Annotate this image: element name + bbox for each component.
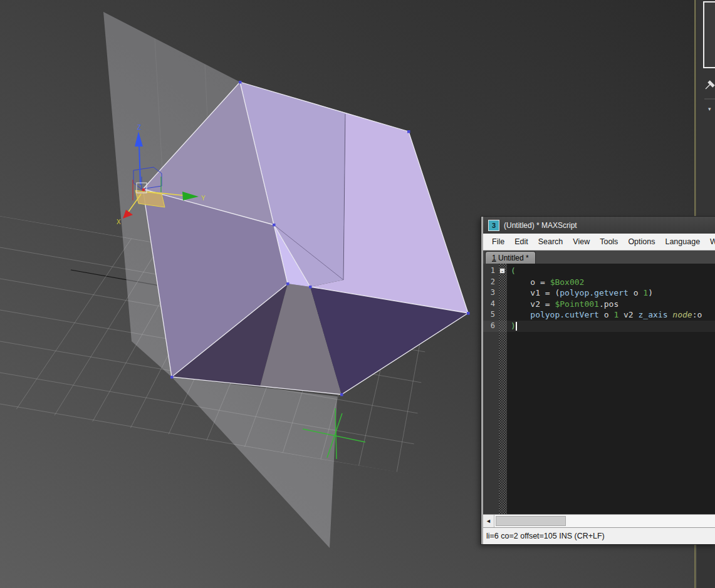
selected-vertex-dot [142, 188, 145, 192]
code-line[interactable]: 4 v2 = $Point001.pos [483, 299, 715, 310]
scrollbar-track[interactable] [494, 515, 715, 527]
menu-bar: FileEditSearchViewToolsOptionsLanguageWi… [483, 234, 715, 250]
status-bar: li=6 co=2 offset=105 INS (CR+LF) [483, 527, 715, 544]
menu-windows[interactable]: Windows [705, 237, 715, 246]
scrollbar-thumb[interactable] [496, 516, 566, 526]
fold-cell [499, 309, 507, 321]
line-number: 3 [483, 287, 499, 299]
tab-index: 1 [492, 254, 496, 262]
fold-cell [499, 277, 507, 288]
menu-view[interactable]: View [568, 237, 595, 246]
screen: Z Y X [0, 0, 715, 588]
window-title: (Untitled) * MAXScript [504, 221, 577, 230]
maxscript-app-icon: 3 [488, 220, 499, 231]
fold-cell [499, 287, 507, 299]
scroll-left-button[interactable]: ◄ [483, 515, 494, 527]
menu-search[interactable]: Search [533, 237, 568, 246]
line-number: 1 [483, 266, 499, 277]
code-editor[interactable]: 1-(2 o = $Box0023 v1 = (polyop.getvert o… [483, 264, 715, 514]
x-axis-label: X [117, 219, 121, 225]
tab-label: Untitled * [496, 254, 529, 262]
text-caret [516, 322, 517, 331]
fold-collapse-marker[interactable]: - [499, 268, 505, 274]
code-text: v1 = (polyop.getvert o 1) [507, 287, 653, 299]
z-axis-label: Z [137, 124, 141, 131]
code-text: v2 = $Point001.pos [507, 299, 618, 310]
code-text: ( [507, 266, 516, 277]
horizontal-scrollbar: ◄ [483, 514, 715, 527]
code-line[interactable]: 6) [483, 321, 715, 332]
panel-frame [704, 2, 715, 68]
code-line[interactable]: 3 v1 = (polyop.getvert o 1) [483, 287, 715, 299]
fold-cell [499, 321, 507, 332]
status-text: li=6 co=2 offset=105 INS (CR+LF) [486, 532, 605, 540]
fold-cell: - [499, 266, 507, 277]
menu-language[interactable]: Language [660, 237, 705, 246]
dropdown-button[interactable]: ▾ [708, 106, 711, 112]
fold-cell [499, 299, 507, 310]
code-text: polyop.cutVert o 1 v2 z_axis node:o [507, 309, 702, 321]
menu-tools[interactable]: Tools [595, 237, 623, 246]
window-titlebar[interactable]: 3 (Untitled) * MAXScript [483, 217, 715, 234]
maxscript-window: 3 (Untitled) * MAXScript FileEditSearchV… [481, 217, 715, 544]
menu-edit[interactable]: Edit [509, 237, 533, 246]
menu-options[interactable]: Options [623, 237, 660, 246]
code-text: ) [507, 321, 517, 332]
line-number: 6 [483, 321, 499, 332]
tab-untitled[interactable]: 1 Untitled * [485, 251, 536, 264]
line-number: 5 [483, 309, 499, 321]
line-number: 2 [483, 277, 499, 288]
code-text: o = $Box002 [507, 277, 584, 288]
y-axis-label: Y [201, 195, 206, 202]
tab-bar: 1 Untitled * [483, 250, 715, 264]
code-line[interactable]: 1-( [483, 266, 715, 277]
line-number: 4 [483, 299, 499, 310]
code-line[interactable]: 5 polyop.cutVert o 1 v2 z_axis node:o [483, 309, 715, 321]
menu-file[interactable]: File [487, 237, 509, 246]
code-line[interactable]: 2 o = $Box002 [483, 277, 715, 288]
